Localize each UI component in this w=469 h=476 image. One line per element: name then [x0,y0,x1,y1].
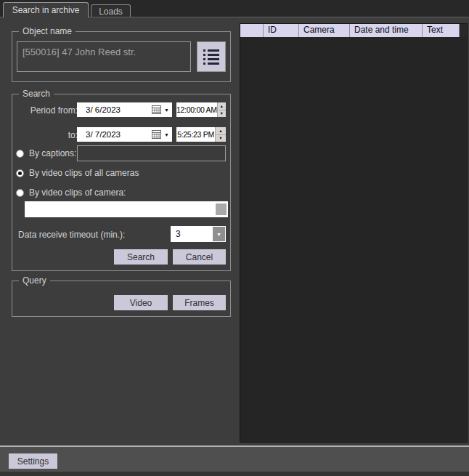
captions-input[interactable] [77,145,226,161]
tab-search-in-archive[interactable]: Search in archive [3,2,89,17]
object-list-button[interactable] [197,41,226,72]
list-icon [202,48,221,65]
radio-by-camera[interactable] [16,189,24,197]
time-from-picker[interactable]: 12:00:00 AM ▲ ▼ [176,102,226,117]
date-from-value: 3/ 6/2023 [77,105,152,114]
dropdown-button[interactable] [216,203,227,215]
time-from-spinner[interactable]: ▲ ▼ [217,102,226,117]
to-label: to: [18,130,78,140]
period-from-label: Period from: [18,105,78,116]
by-camera-option[interactable]: By video clips of camera: [16,187,126,198]
timeout-combobox[interactable]: 3 ▼ [171,226,226,242]
radio-by-captions[interactable] [16,150,24,158]
spin-up-icon[interactable]: ▲ [218,102,226,110]
time-to-picker[interactable]: 5:25:23 PM ▲ ▼ [176,127,226,142]
by-captions-label: By captions: [29,148,76,158]
search-legend: Search [19,89,54,100]
frames-button[interactable]: Frames [173,295,226,310]
spin-down-icon[interactable]: ▼ [218,110,226,118]
column-header-filler [460,24,467,37]
tab-page-search-in-archive: Object name [550016] 47 John Reed str. S… [0,17,469,445]
search-group: Search Period from: 3/ 6/2023 ▼ [12,94,231,271]
by-camera-label: By video clips of camera: [29,187,126,198]
object-name-legend: Object name [19,26,76,37]
app-window: Search in archive Loads Object name [550… [0,0,469,476]
tab-loads[interactable]: Loads [91,4,131,17]
search-button[interactable]: Search [114,249,168,265]
settings-button[interactable]: Settings [9,453,57,469]
time-to-spinner[interactable]: ▲ ▼ [215,127,226,142]
chevron-down-icon[interactable]: ▼ [161,132,172,137]
column-header-text[interactable]: Text [423,24,460,37]
chevron-down-icon[interactable]: ▼ [213,227,225,241]
query-legend: Query [19,275,50,286]
query-group: Query Video Frames [12,281,231,317]
column-header-selector[interactable] [240,24,264,37]
spin-down-icon[interactable]: ▼ [216,134,226,142]
spin-up-icon[interactable]: ▲ [216,127,226,134]
camera-combobox[interactable] [25,201,228,217]
date-to-picker[interactable]: 3/ 7/2023 ▼ [77,127,172,142]
object-name-value: [550016] 47 John Reed str. [17,41,191,72]
results-table-header: ID Camera Date and time Text [240,24,467,37]
chevron-down-icon[interactable]: ▼ [161,108,172,113]
by-all-cameras-label: By video clips of all cameras [29,168,139,178]
time-from-value: 12:00:00 AM [176,102,217,117]
calendar-icon [152,130,161,139]
column-header-id[interactable]: ID [264,24,299,37]
column-header-camera[interactable]: Camera [299,24,350,37]
by-all-cameras-option[interactable]: By video clips of all cameras [16,168,139,178]
video-button[interactable]: Video [114,295,168,310]
radio-by-all-cameras[interactable] [16,169,24,177]
time-to-value: 5:25:23 PM [176,127,215,142]
results-table-body [240,37,467,442]
tab-bar: Search in archive Loads [0,0,469,17]
cancel-button[interactable]: Cancel [173,249,226,265]
column-header-date-and-time[interactable]: Date and time [350,24,423,37]
footer-bar: Settings [0,445,469,472]
date-to-value: 3/ 7/2023 [77,130,152,139]
results-table: ID Camera Date and time Text [240,23,468,443]
date-from-picker[interactable]: 3/ 6/2023 ▼ [77,102,172,117]
by-captions-option[interactable]: By captions: [16,148,76,158]
object-name-group: Object name [550016] 47 John Reed str. [12,31,231,82]
timeout-label: Data receive timeout (min.): [18,230,125,240]
timeout-value: 3 [171,227,213,241]
bottom-strip [0,472,469,476]
calendar-icon [152,105,161,114]
